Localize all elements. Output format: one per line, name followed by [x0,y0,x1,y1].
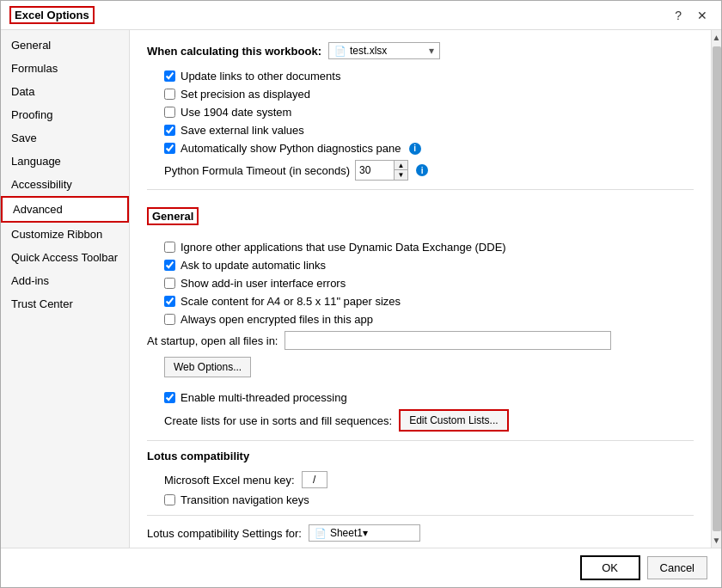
startup-label: At startup, open all files in: [147,334,278,347]
dialog-title: Excel Options [9,6,95,24]
spinner-down-button[interactable]: ▼ [394,170,407,180]
scrollbar-thumb[interactable] [713,46,721,531]
startup-row: At startup, open all files in: [147,331,694,350]
checkbox-transition-nav-label: Transition navigation keys [180,493,309,506]
checkbox-update-links: Update links to other documents [164,70,694,83]
create-lists-label: Create lists for use in sorts and fill s… [164,414,392,427]
sidebar-item-formulas[interactable]: Formulas [1,57,129,80]
checkbox-encrypted-input[interactable] [164,314,175,325]
checkbox-addin-errors-input[interactable] [164,278,175,289]
checkbox-save-links-input[interactable] [164,125,175,136]
checkbox-update-links-input[interactable] [164,70,175,82]
spinner-buttons: ▲ ▼ [394,161,407,180]
menu-key-row: Microsoft Excel menu key: [147,471,694,488]
lotus-settings-label: Lotus compatibility Settings for: [147,527,302,540]
checkbox-precision-input[interactable] [164,89,175,100]
checkbox-dde: Ignore other applications that use Dynam… [164,241,694,254]
checkbox-save-links: Save external link values [164,124,694,137]
sidebar-item-trust-center[interactable]: Trust Center [1,292,129,315]
dropdown-arrow-icon: ▾ [429,45,434,57]
title-bar: Excel Options ? ✕ [1,1,721,30]
xls-icon: 📄 [334,46,346,57]
checkbox-scale-label: Scale content for A4 or 8.5 x 11" paper … [180,295,401,308]
scrollbar-down-arrow-icon[interactable]: ▼ [713,533,721,548]
checkbox-scale-input[interactable] [164,296,175,307]
excel-options-dialog: Excel Options ? ✕ GeneralFormulasDataPro… [0,0,722,588]
checkbox-1904-label: Use 1904 date system [180,106,291,119]
checkbox-precision-label: Set precision as displayed [180,88,310,101]
separator-3 [147,515,694,516]
scrollbar[interactable]: ▲ ▼ [711,30,721,548]
sidebar-item-data[interactable]: Data [1,80,129,103]
checkbox-auto-links-input[interactable] [164,260,175,271]
checkbox-scale: Scale content for A4 or 8.5 x 11" paper … [164,295,694,308]
checkbox-transition-nav-input[interactable] [164,494,175,505]
menu-key-input[interactable] [302,471,327,488]
sheet-dropdown[interactable]: 📄 Sheet1 ▾ [309,524,420,542]
checkbox-auto-links: Ask to update automatic links [164,259,694,272]
checkbox-auto-links-label: Ask to update automatic links [180,259,326,272]
checkbox-save-links-label: Save external link values [180,124,304,137]
checkbox-dde-input[interactable] [164,242,175,253]
workbook-dropdown[interactable]: 📄 test.xlsx ▾ [328,42,440,59]
sheet-name: Sheet1 [330,527,363,539]
cancel-button[interactable]: Cancel [647,556,707,579]
main-panel: When calculating this workbook: 📄 test.x… [130,30,711,548]
content-area: GeneralFormulasDataProofingSaveLanguageA… [1,30,721,548]
close-button[interactable]: ✕ [692,7,713,24]
sidebar-item-general[interactable]: General [1,34,129,57]
timeout-info-icon[interactable]: i [416,164,428,176]
web-options-button[interactable]: Web Options... [164,357,251,377]
create-lists-row: Create lists for use in sorts and fill s… [147,409,694,432]
separator-1 [147,189,694,190]
spinner-up-button[interactable]: ▲ [394,161,407,170]
workbook-filename: test.xlsx [350,45,387,57]
general-checkboxes: Ignore other applications that use Dynam… [147,241,694,326]
checkbox-encrypted-label: Always open encrypted files in this app [180,313,373,326]
checkbox-dde-label: Ignore other applications that use Dynam… [180,241,506,254]
sidebar-item-advanced[interactable]: Advanced [1,196,129,223]
general-section-header-wrap: General [147,199,694,234]
edit-custom-lists-button[interactable]: Edit Custom Lists... [399,409,508,432]
checkbox-python-diag-input[interactable] [164,143,175,154]
sidebar-item-language[interactable]: Language [1,150,129,173]
lotus-section-header: Lotus compatibility [147,450,694,462]
sidebar-item-save[interactable]: Save [1,126,129,150]
sheet-xls-icon: 📄 [315,528,327,539]
sidebar-item-proofing[interactable]: Proofing [1,103,129,126]
checkbox-multithreaded: Enable multi-threaded processing [147,391,694,404]
lotus-section-header-wrap: Lotus compatibility [147,450,694,462]
sidebar: GeneralFormulasDataProofingSaveLanguageA… [1,30,130,548]
checkbox-update-links-label: Update links to other documents [180,70,340,83]
separator-2 [147,440,694,441]
workbook-row: When calculating this workbook: 📄 test.x… [147,42,694,59]
timeout-input[interactable] [356,161,394,180]
startup-input[interactable] [285,331,611,350]
web-options-row: Web Options... [147,357,694,384]
checkbox-1904: Use 1904 date system [164,106,694,119]
sidebar-item-add-ins[interactable]: Add-ins [1,269,129,292]
title-bar-controls: ? ✕ [670,7,713,24]
sidebar-item-accessibility[interactable]: Accessibility [1,173,129,196]
menu-key-label: Microsoft Excel menu key: [164,474,295,487]
checkbox-addin-errors-label: Show add-in user interface errors [180,277,346,290]
timeout-label: Python Formula Timeout (in seconds) [164,164,350,177]
sidebar-item-customize-ribbon[interactable]: Customize Ribbon [1,223,129,246]
scrollbar-up-arrow-icon[interactable]: ▲ [713,30,721,45]
checkbox-python-diag-label: Automatically show Python diagnostics pa… [180,142,401,155]
checkbox-transition-nav: Transition navigation keys [147,493,694,506]
sheet-dropdown-arrow-icon: ▾ [363,527,368,539]
sidebar-item-quick-access-toolbar[interactable]: Quick Access Toolbar [1,246,129,269]
python-diag-info-icon[interactable]: i [409,143,421,155]
top-checkboxes: Update links to other documents Set prec… [147,70,694,155]
help-button[interactable]: ? [670,7,687,24]
lotus-for-row: Lotus compatibility Settings for: 📄 Shee… [147,524,694,542]
checkbox-1904-input[interactable] [164,107,175,118]
checkbox-multithreaded-label: Enable multi-threaded processing [180,391,347,404]
main-scroll-area[interactable]: When calculating this workbook: 📄 test.x… [130,30,711,548]
workbook-label: When calculating this workbook: [147,45,321,58]
ok-button[interactable]: OK [580,555,640,580]
checkbox-multithreaded-input[interactable] [164,392,175,403]
timeout-spinner[interactable]: ▲ ▼ [355,160,408,181]
checkbox-precision: Set precision as displayed [164,88,694,101]
